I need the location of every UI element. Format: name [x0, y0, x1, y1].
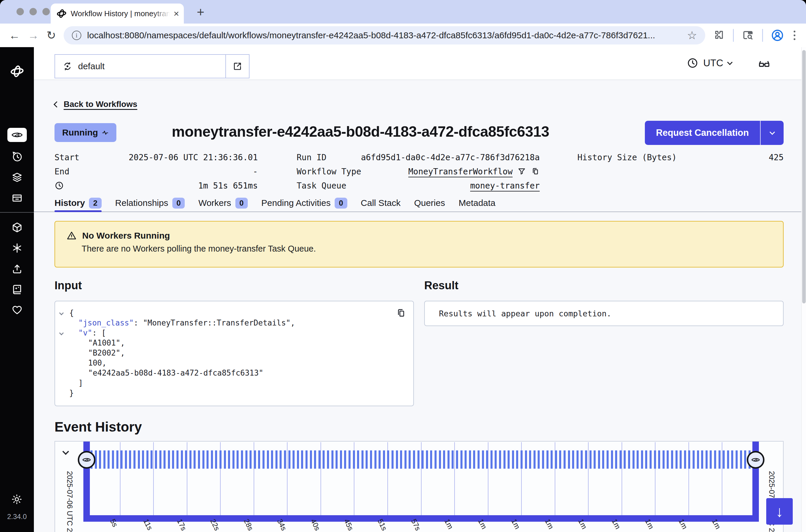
workflow-type-link[interactable]: MoneyTransferWorkflow — [408, 167, 513, 176]
window-controls[interactable] — [17, 8, 50, 15]
window-minimize-button[interactable] — [30, 8, 37, 15]
back-to-workflows-link[interactable]: Back to Workflows — [55, 99, 137, 109]
duration-clock-icon — [55, 181, 64, 190]
search-tabs-icon[interactable] — [742, 29, 754, 42]
run-id-value: a6fd95d1-da0c-4d2e-a77c-786f3d76218a — [361, 153, 540, 162]
sidebar-item-feedback[interactable] — [11, 304, 23, 316]
back-icon[interactable]: ← — [9, 30, 20, 41]
toolbar-divider — [762, 29, 763, 42]
bookmark-star-icon[interactable]: ☆ — [687, 29, 697, 42]
filter-icon[interactable] — [517, 167, 526, 176]
tab-workers[interactable]: Workers0 — [198, 194, 248, 211]
window-zoom-button[interactable] — [42, 8, 50, 15]
namespace-external-link-icon[interactable] — [225, 55, 249, 78]
meta-start-row: Start 2025-07-06 UTC 21:36:36.01 — [55, 150, 258, 164]
input-heading: Input — [55, 279, 82, 292]
theme-toggle-sun-icon[interactable] — [11, 494, 22, 505]
input-card: { "json_class": "MoneyTransfer::Transfer… — [55, 301, 414, 406]
new-tab-button[interactable]: + — [197, 5, 205, 19]
tab-metadata[interactable]: Metadata — [459, 194, 496, 211]
event-history-heading: Event History — [55, 419, 142, 435]
reload-icon[interactable]: ↻ — [46, 30, 56, 41]
forward-icon[interactable]: → — [28, 30, 39, 41]
no-workers-warning-banner: No Workers Running There are no Workers … — [55, 221, 784, 267]
cancel-menu-chevron-icon[interactable] — [760, 121, 784, 145]
chevron-left-icon — [54, 101, 60, 107]
sidebar: 2.34.0 — [0, 47, 34, 532]
timeline-collapse-chevron-icon[interactable] — [62, 448, 69, 455]
relationships-count-badge: 0 — [172, 198, 185, 209]
chevron-down-icon — [727, 59, 732, 65]
temporal-logo-icon — [10, 64, 24, 78]
toolbar-divider — [733, 29, 734, 42]
temporal-favicon-icon — [57, 8, 66, 19]
site-info-icon[interactable]: i — [72, 31, 81, 40]
page-scrollbar[interactable] — [801, 47, 806, 532]
sidebar-item-schedules[interactable] — [11, 151, 23, 163]
json-line: } — [55, 388, 413, 399]
extensions-puzzle-icon[interactable] — [713, 29, 725, 41]
workflow-tab-nav: History2 Relationships0 Workers0 Pending… — [34, 194, 801, 212]
sidebar-item-workflows[interactable] — [7, 128, 27, 142]
event-history-timeline[interactable]: 2025-07-06 UTC 2 2025-07-06 UTC 2 5s 11s… — [55, 441, 784, 532]
sidebar-item-nexus[interactable] — [11, 242, 23, 254]
pending-activities-count-badge: 0 — [335, 198, 347, 209]
sidebar-divider — [0, 212, 34, 213]
sidebar-item-batch-operations[interactable] — [11, 192, 23, 204]
timeline-start-marker[interactable] — [78, 451, 95, 469]
workflow-title: moneytransfer-e4242aa5-b08d-4183-a472-df… — [172, 123, 655, 140]
tab-relationships[interactable]: Relationships0 — [115, 194, 185, 211]
pulse-icon — [102, 129, 109, 136]
json-line: "json_class": "MoneyTransfer::TransferDe… — [55, 319, 413, 328]
sidebar-item-docs[interactable] — [11, 283, 23, 295]
timeline-activity-stripes — [91, 451, 752, 469]
tab-pending-activities[interactable]: Pending Activities0 — [261, 194, 347, 211]
json-line: "v": [ — [55, 328, 413, 339]
version-label: 2.34.0 — [7, 513, 27, 521]
json-line: "A1001", — [55, 339, 413, 348]
workflows-eye-icon — [7, 128, 27, 142]
scroll-to-bottom-button[interactable]: ↓ — [766, 498, 793, 525]
end-value: - — [253, 167, 258, 176]
tab-queries[interactable]: Queries — [414, 194, 445, 211]
timeline-end-marker[interactable] — [747, 451, 765, 469]
sidebar-item-import[interactable] — [11, 263, 23, 274]
json-line: "e4242aa5-b08d-4183-a472-dfca85fc6313" — [55, 368, 413, 379]
browser-menu-icon[interactable] — [792, 31, 797, 40]
window-close-button[interactable] — [17, 8, 24, 15]
timezone-select[interactable]: UTC — [687, 57, 732, 69]
labs-glasses-icon[interactable] — [758, 58, 771, 71]
main-content: default UTC — [34, 47, 806, 532]
start-value: 2025-07-06 UTC 21:36:36.01 — [129, 153, 258, 162]
browser-tab[interactable]: Workflow History | moneytran × — [51, 3, 184, 23]
tab-close-icon[interactable]: × — [174, 9, 179, 18]
result-placeholder: Results will appear upon completion. — [439, 309, 611, 318]
json-line: 100, — [55, 359, 413, 368]
browser-tab-strip: Workflow History | moneytran × + — [0, 0, 806, 23]
tab-call-stack[interactable]: Call Stack — [361, 194, 401, 211]
task-queue-link[interactable]: money-transfer — [470, 181, 540, 191]
timeline-start-date-label: 2025-07-06 UTC 2 — [65, 471, 74, 532]
timezone-label: UTC — [703, 57, 723, 69]
screen: Workflow History | moneytran × + ← → ↻ i… — [0, 0, 806, 532]
scrollbar-thumb[interactable] — [802, 50, 806, 303]
sidebar-item-deployments[interactable] — [11, 171, 23, 183]
status-badge[interactable]: Running — [55, 123, 116, 142]
duration-value: 1m 51s 651ms — [198, 181, 258, 191]
eye-icon — [82, 455, 91, 464]
result-heading: Result — [424, 279, 458, 292]
warning-message: There are no Workers polling the money-t… — [82, 244, 783, 254]
copy-icon[interactable] — [531, 167, 540, 176]
url-text[interactable]: localhost:8080/namespaces/default/workfl… — [87, 30, 681, 40]
history-count-badge: 2 — [89, 198, 101, 209]
namespace-select[interactable]: default — [55, 54, 250, 78]
clock-icon — [687, 57, 698, 69]
app-header: default UTC — [34, 47, 806, 80]
sidebar-item-namespaces[interactable] — [11, 222, 23, 233]
tab-history[interactable]: History2 — [55, 194, 102, 211]
copy-input-icon[interactable] — [396, 308, 406, 319]
sidebar-bottom: 2.34.0 — [7, 485, 27, 532]
request-cancellation-button[interactable]: Request Cancellation — [645, 121, 784, 145]
url-bar[interactable]: i localhost:8080/namespaces/default/work… — [64, 26, 705, 44]
profile-avatar-icon[interactable] — [771, 28, 784, 42]
